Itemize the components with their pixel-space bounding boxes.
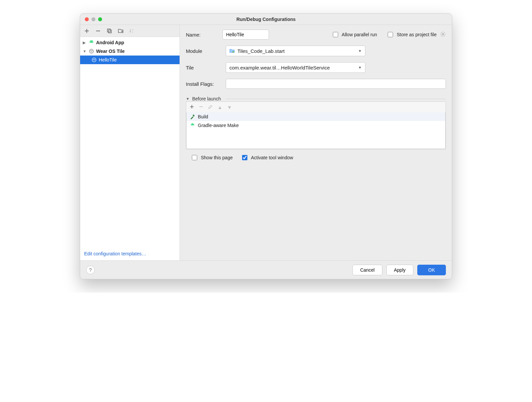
svg-text:z: z <box>132 31 133 33</box>
before-launch-panel: ▲ ▼ Build Gradle-aware Make <box>186 101 446 149</box>
sidebar: az ▶ Android App ▼ Wear OS Tile HelloTil… <box>80 25 180 260</box>
module-combo[interactable]: Tiles_Code_Lab.start ▼ <box>226 46 365 56</box>
edit-templates-link[interactable]: Edit configuration templates… <box>84 251 146 256</box>
allow-parallel-checkbox[interactable]: Allow parallel run <box>332 31 377 38</box>
show-page-label: Show this page <box>201 155 233 160</box>
config-tree[interactable]: ▶ Android App ▼ Wear OS Tile HelloTile <box>80 37 180 247</box>
android-icon <box>190 123 195 128</box>
svg-point-5 <box>90 42 91 42</box>
activate-tool-checkbox[interactable]: Activate tool window <box>241 154 293 161</box>
svg-rect-2 <box>108 30 111 33</box>
android-icon <box>89 40 94 45</box>
task-label: Build <box>198 114 208 119</box>
gear-icon[interactable] <box>440 31 446 38</box>
sidebar-toolbar: az <box>80 25 180 37</box>
svg-point-10 <box>94 60 94 61</box>
before-launch-item-gradle[interactable]: Gradle-aware Make <box>187 121 445 130</box>
show-page-input[interactable] <box>192 155 197 160</box>
svg-rect-1 <box>107 29 110 32</box>
tree-item-hellotile[interactable]: HelloTile <box>80 56 180 64</box>
before-launch-toolbar: ▲ ▼ <box>186 102 446 112</box>
activate-tool-input[interactable] <box>242 155 247 160</box>
show-page-checkbox[interactable]: Show this page <box>191 154 233 161</box>
svg-point-9 <box>92 58 96 62</box>
task-label: Gradle-aware Make <box>198 123 239 128</box>
before-launch-item-build[interactable]: Build <box>187 112 445 121</box>
tile-label: Tile <box>186 65 222 70</box>
tree-group-label: Wear OS Tile <box>96 49 125 54</box>
svg-point-15 <box>192 124 192 125</box>
sort-alpha-button[interactable]: az <box>129 28 135 34</box>
install-flags-input[interactable] <box>226 79 446 89</box>
allow-parallel-input[interactable] <box>333 32 338 37</box>
dialog-window: Run/Debug Configurations az <box>80 13 452 279</box>
svg-text:a: a <box>132 29 133 31</box>
ok-button[interactable]: OK <box>417 265 446 275</box>
chevron-right-icon: ▶ <box>83 41 87 45</box>
svg-point-16 <box>193 124 194 125</box>
svg-point-11 <box>442 33 444 35</box>
before-launch-list[interactable]: Build Gradle-aware Make <box>186 112 446 149</box>
store-project-input[interactable] <box>388 32 393 37</box>
tree-group-label: Android App <box>96 40 124 45</box>
apply-button[interactable]: Apply <box>386 265 413 275</box>
copy-config-button[interactable] <box>106 28 113 34</box>
remove-config-button[interactable] <box>95 28 101 34</box>
remove-task-button[interactable] <box>199 104 203 110</box>
chevron-down-icon: ▼ <box>83 49 87 53</box>
wear-tile-icon <box>91 57 97 63</box>
svg-rect-13 <box>200 106 203 107</box>
cancel-button[interactable]: Cancel <box>352 265 382 275</box>
move-up-button[interactable]: ▲ <box>217 104 222 110</box>
svg-rect-12 <box>232 51 234 53</box>
add-config-button[interactable] <box>83 28 90 34</box>
activate-tool-label: Activate tool window <box>251 155 293 160</box>
store-project-checkbox[interactable]: Store as project file <box>386 31 437 38</box>
chevron-down-icon: ▼ <box>358 66 362 69</box>
titlebar: Run/Debug Configurations <box>80 14 452 25</box>
svg-point-6 <box>92 42 93 42</box>
before-launch-label: Before launch <box>192 96 221 101</box>
store-project-label: Store as project file <box>397 32 437 37</box>
hammer-icon <box>190 114 195 119</box>
name-label: Name: <box>186 32 219 38</box>
add-task-button[interactable] <box>190 104 194 110</box>
chevron-down-icon: ▼ <box>358 49 362 53</box>
before-launch-header[interactable]: ▼ Before launch <box>186 96 446 101</box>
tree-group-android-app[interactable]: ▶ Android App <box>80 38 180 47</box>
tree-group-wear-os-tile[interactable]: ▼ Wear OS Tile <box>80 47 180 56</box>
move-down-button[interactable]: ▼ <box>227 104 232 110</box>
install-flags-label: Install Flags: <box>186 81 222 87</box>
tree-item-label: HelloTile <box>99 57 117 63</box>
tile-value: com.example.wear.til…HelloWorldTileServi… <box>229 65 330 70</box>
module-folder-icon <box>229 48 235 54</box>
tile-combo[interactable]: com.example.wear.til…HelloWorldTileServi… <box>226 62 365 73</box>
save-template-button[interactable] <box>117 28 124 34</box>
main-panel: Name: Allow parallel run Store as projec… <box>180 25 452 260</box>
name-input[interactable] <box>222 30 269 40</box>
svg-point-8 <box>91 52 92 52</box>
svg-rect-14 <box>193 114 195 116</box>
module-label: Module <box>186 48 222 54</box>
dialog-buttons: ? Cancel Apply OK <box>80 260 452 279</box>
allow-parallel-label: Allow parallel run <box>342 32 377 37</box>
help-button[interactable]: ? <box>86 266 95 274</box>
chevron-down-icon: ▼ <box>186 97 190 101</box>
module-value: Tiles_Code_Lab.start <box>237 48 285 54</box>
svg-rect-0 <box>96 31 100 31</box>
edit-task-button[interactable] <box>208 104 213 110</box>
svg-point-7 <box>89 49 93 53</box>
wear-tile-icon <box>89 49 94 54</box>
window-title: Run/Debug Configurations <box>80 17 452 22</box>
